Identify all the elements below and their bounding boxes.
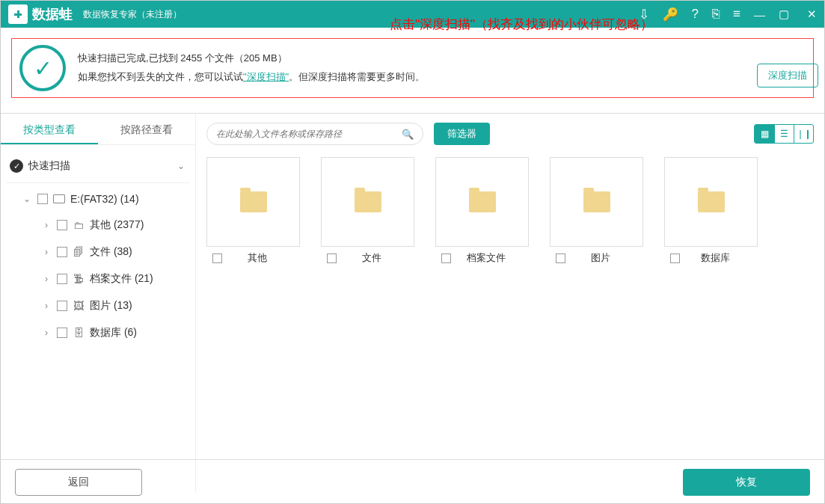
maximize-icon[interactable]: ▢ [779,7,789,21]
checkbox[interactable] [57,328,67,338]
folder-card[interactable]: 文件 [321,157,414,265]
save-icon[interactable]: ⎘ [712,7,720,22]
tree-item-images[interactable]: › 🖼 图片 (13) [7,292,189,319]
annotation-text: 点击"深度扫描"（找齐及找到的小伙伴可忽略） [390,16,653,33]
checkbox[interactable] [670,253,680,263]
folder-icon: 🗀 [73,219,85,231]
scan-summary-text: 快速扫描已完成,已找到 2455 个文件（205 MB） 如果您找不到丢失的文件… [78,49,806,86]
content-area: 按类型查看 按路径查看 ✓ 快速扫描 ⌄ ⌄ E:(FAT32) (14) › … [1,113,824,493]
archive-icon: 🗜 [73,273,85,285]
file-tree: ✓ 快速扫描 ⌄ ⌄ E:(FAT32) (14) › 🗀 其他 (2377) … [1,145,195,354]
view-toggle: ▦ ☰ ❘❙ [754,124,814,144]
menu-icon[interactable]: ≡ [733,7,740,22]
checkbox[interactable] [57,220,67,230]
back-button[interactable]: 返回 [15,469,142,496]
sidebar: 按类型查看 按路径查看 ✓ 快速扫描 ⌄ ⌄ E:(FAT32) (14) › … [1,113,195,493]
tab-by-type[interactable]: 按类型查看 [1,114,98,144]
checkbox[interactable] [327,253,337,263]
scan-line2: 如果您找不到丢失的文件，您可以试试"深度扫描"。但深度扫描将需要更多时间。 [78,68,806,87]
deep-scan-link[interactable]: "深度扫描" [243,71,289,82]
scan-line1: 快速扫描已完成,已找到 2455 个文件（205 MB） [78,49,806,68]
chevron-right-icon[interactable]: › [41,301,52,311]
chevron-down-icon[interactable]: ⌄ [22,194,32,204]
checkbox[interactable] [57,247,67,257]
checkmark-icon: ✓ [19,45,66,91]
folder-icon [698,191,725,212]
folder-icon [355,191,381,212]
recover-button[interactable]: 恢复 [683,469,810,496]
check-badge-icon: ✓ [10,159,23,173]
folder-card[interactable]: 数据库 [664,157,758,265]
search-icon[interactable]: 🔍 [402,129,414,140]
titlebar-controls: ⇩ 🔑 ? ⎘ ≡ — ▢ ✕ [639,7,817,22]
folder-grid: 其他 文件 档案文件 图片 数据库 [206,157,814,265]
sidebar-tabs: 按类型查看 按路径查看 [1,114,195,145]
folder-icon [240,191,267,212]
app-subtitle: 数据恢复专家（未注册） [83,8,182,21]
file-icon: 🗐 [73,246,85,258]
tree-item-database[interactable]: › 🗄 数据库 (6) [7,319,189,346]
view-grid-icon[interactable]: ▦ [755,125,774,143]
chevron-right-icon[interactable]: › [41,220,52,230]
view-detail-icon[interactable]: ❘❙ [794,125,813,143]
checkbox[interactable] [441,253,451,263]
folder-icon [469,191,496,212]
filter-button[interactable]: 筛选器 [434,123,490,145]
tree-item-files[interactable]: › 🗐 文件 (38) [7,239,189,265]
key-icon[interactable]: 🔑 [663,7,678,22]
tree-item-archives[interactable]: › 🗜 档案文件 (21) [7,265,189,292]
image-icon: 🖼 [73,300,85,312]
database-icon: 🗄 [73,327,85,339]
folder-thumbnail[interactable] [550,157,643,247]
app-name: 数据蛙 [32,5,73,23]
close-icon[interactable]: ✕ [807,7,817,21]
logo-icon [8,4,28,24]
scan-summary-banner: ✓ 快速扫描已完成,已找到 2455 个文件（205 MB） 如果您找不到丢失的… [11,38,814,98]
minimize-icon[interactable]: — [754,8,765,21]
tree-item-other[interactable]: › 🗀 其他 (2377) [7,212,189,239]
main-panel: 🔍 筛选器 ▦ ☰ ❘❙ 其他 文件 档案文件 [195,113,824,493]
deep-scan-button[interactable]: 深度扫描 [757,64,818,87]
folder-thumbnail[interactable] [435,157,529,247]
app-logo: 数据蛙 [8,4,73,24]
tab-by-path[interactable]: 按路径查看 [98,114,195,144]
checkbox[interactable] [37,194,48,204]
folder-thumbnail[interactable] [664,157,758,247]
footer: 返回 恢复 [0,459,825,504]
folder-icon [583,191,610,212]
help-icon[interactable]: ? [692,7,699,22]
chevron-down-icon[interactable]: ⌄ [176,161,186,171]
folder-card[interactable]: 其他 [206,157,300,265]
tree-drive[interactable]: ⌄ E:(FAT32) (14) [7,186,189,212]
search-input[interactable] [216,129,402,139]
toolbar: 🔍 筛选器 ▦ ☰ ❘❙ [206,123,814,145]
folder-card[interactable]: 档案文件 [435,157,529,265]
chevron-right-icon[interactable]: › [41,247,52,257]
view-list-icon[interactable]: ☰ [774,125,794,143]
folder-thumbnail[interactable] [321,157,414,247]
checkbox[interactable] [556,253,565,263]
chevron-right-icon[interactable]: › [41,328,52,338]
folder-thumbnail[interactable] [206,157,300,247]
chevron-right-icon[interactable]: › [41,274,52,284]
tree-quick-scan[interactable]: ✓ 快速扫描 ⌄ [7,153,189,179]
search-box[interactable]: 🔍 [206,123,423,145]
drive-icon [53,194,65,203]
folder-card[interactable]: 图片 [550,157,643,265]
checkbox[interactable] [57,301,67,311]
checkbox[interactable] [212,253,222,263]
checkbox[interactable] [57,274,67,284]
